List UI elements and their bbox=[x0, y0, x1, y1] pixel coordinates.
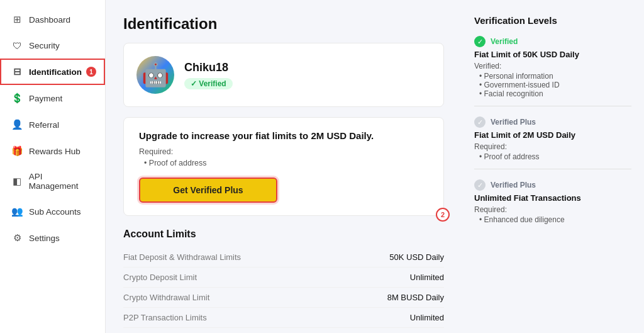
sidebar-item-security[interactable]: 🛡Security bbox=[0, 33, 105, 59]
profile-username: Chiku18 bbox=[184, 61, 233, 74]
sidebar-item-rewards-hub[interactable]: 🎁Rewards Hub bbox=[0, 138, 105, 164]
vl-divider bbox=[474, 106, 631, 106]
sidebar-item-label-security: Security bbox=[29, 41, 60, 50]
vl-desc-item-verified: • Personal information bbox=[474, 72, 631, 81]
limit-row: Fiat Deposit & Withdrawal Limits50K USD … bbox=[123, 247, 444, 268]
page-title: Identification bbox=[123, 15, 444, 33]
vl-item-verified-plus-2: ✓Verified PlusUnlimited Fiat Transaction… bbox=[474, 179, 631, 224]
sidebar-item-payment[interactable]: 💲Payment bbox=[0, 85, 105, 111]
api-management-icon: ◧ bbox=[11, 176, 23, 187]
vl-status-label-verified: Verified bbox=[491, 37, 518, 46]
sidebar-item-dashboard[interactable]: ⊞Dashboard bbox=[0, 6, 105, 33]
vl-item-verified: ✓VerifiedFiat Limit of 50K USD DailyVeri… bbox=[474, 36, 631, 106]
limit-label: P2P Transaction Limits bbox=[123, 313, 207, 322]
limit-value: Unlimited bbox=[410, 273, 444, 282]
limit-value: Unlimited bbox=[410, 313, 444, 322]
vl-desc-label-verified: Verified: bbox=[474, 62, 631, 71]
sidebar-item-label-rewards-hub: Rewards Hub bbox=[29, 147, 80, 156]
vl-desc-item-verified: • Government-issued ID bbox=[474, 81, 631, 89]
sidebar: ⊞Dashboard🛡Security⊟Identification1💲Paym… bbox=[0, 0, 106, 333]
sidebar-item-api-management[interactable]: ◧API Management bbox=[0, 164, 105, 198]
sidebar-item-label-referral: Referral bbox=[29, 120, 59, 130]
profile-info: Chiku18 ✓ Verified bbox=[184, 61, 233, 89]
avatar: 🤖 bbox=[136, 56, 174, 94]
limit-row: P2P Transaction LimitsUnlimited bbox=[123, 308, 444, 328]
vl-header-verified-plus-1: ✓Verified Plus bbox=[474, 116, 631, 128]
vl-item-verified-plus-1: ✓Verified PlusFiat Limit of 2M USD Daily… bbox=[474, 116, 631, 169]
security-icon: 🛡 bbox=[11, 40, 23, 51]
center-content: Identification 🤖 Chiku18 ✓ Verified Upgr… bbox=[106, 0, 462, 333]
sidebar-item-sub-accounts[interactable]: 👥Sub Accounts bbox=[0, 198, 105, 225]
sidebar-item-label-payment: Payment bbox=[29, 94, 62, 103]
upgrade-box: Upgrade to increase your fiat limits to … bbox=[123, 117, 444, 216]
sidebar-item-label-dashboard: Dashboard bbox=[29, 15, 70, 25]
vl-status-label-verified-plus-2: Verified Plus bbox=[491, 181, 536, 189]
content-area: Identification 🤖 Chiku18 ✓ Verified Upgr… bbox=[106, 0, 644, 333]
rewards-hub-icon: 🎁 bbox=[11, 145, 23, 157]
upgrade-title: Upgrade to increase your fiat limits to … bbox=[139, 130, 428, 141]
limit-row: Crypto Deposit LimitUnlimited bbox=[123, 268, 444, 288]
upgrade-required-item: • Proof of address bbox=[139, 159, 428, 167]
dashboard-icon: ⊞ bbox=[11, 14, 23, 25]
limit-label: Crypto Withdrawal Limit bbox=[123, 293, 209, 302]
vl-fiat-limit-verified-plus-1: Fiat Limit of 2M USD Daily bbox=[474, 130, 631, 140]
upgrade-required-label: Required: bbox=[139, 147, 428, 156]
limit-label: Fiat Deposit & Withdrawal Limits bbox=[123, 252, 241, 262]
right-panel: Verification Levels ✓VerifiedFiat Limit … bbox=[462, 0, 644, 333]
sidebar-item-label-api-management: API Management bbox=[29, 172, 94, 191]
sidebar-item-referral[interactable]: 👤Referral bbox=[0, 111, 105, 138]
limit-label: Crypto Deposit Limit bbox=[123, 273, 197, 282]
vl-desc-item-verified-plus-1: • Proof of address bbox=[474, 152, 631, 161]
sidebar-item-label-identification: Identification bbox=[29, 67, 82, 77]
settings-icon: ⚙ bbox=[11, 232, 23, 244]
get-verified-plus-button[interactable]: Get Verified Plus bbox=[139, 178, 277, 203]
vl-dot-verified-plus-2: ✓ bbox=[474, 179, 486, 191]
limit-row: Crypto Withdrawal Limit8M BUSD Daily bbox=[123, 288, 444, 308]
sidebar-item-settings[interactable]: ⚙Settings bbox=[0, 225, 105, 251]
vl-divider bbox=[474, 169, 631, 169]
vl-desc-item-verified: • Facial recognition bbox=[474, 89, 631, 98]
vl-fiat-limit-verified-plus-2: Unlimited Fiat Transactions bbox=[474, 193, 631, 203]
payment-icon: 💲 bbox=[11, 93, 23, 104]
sub-accounts-icon: 👥 bbox=[11, 206, 23, 217]
account-limits-section: Account Limits Fiat Deposit & Withdrawal… bbox=[123, 229, 444, 328]
sidebar-item-label-settings: Settings bbox=[29, 234, 60, 243]
vl-desc-item-verified-plus-2: • Enhanced due diligence bbox=[474, 215, 631, 224]
verified-badge: ✓ Verified bbox=[184, 78, 233, 89]
vl-dot-verified-plus-1: ✓ bbox=[474, 116, 486, 128]
vl-desc-label-verified-plus-1: Required: bbox=[474, 142, 631, 151]
profile-card: 🤖 Chiku18 ✓ Verified bbox=[123, 43, 444, 107]
identification-icon: ⊟ bbox=[11, 66, 23, 77]
vl-fiat-limit-verified: Fiat Limit of 50K USD Daily bbox=[474, 50, 631, 59]
vl-dot-verified: ✓ bbox=[474, 36, 486, 47]
step-badge-2: 2 bbox=[436, 208, 450, 222]
account-limits-title: Account Limits bbox=[123, 229, 444, 240]
referral-icon: 👤 bbox=[11, 119, 23, 130]
vl-status-label-verified-plus-1: Verified Plus bbox=[491, 118, 536, 127]
sidebar-item-identification[interactable]: ⊟Identification1 bbox=[0, 59, 105, 85]
sidebar-item-label-sub-accounts: Sub Accounts bbox=[29, 207, 81, 217]
vl-header-verified-plus-2: ✓Verified Plus bbox=[474, 179, 631, 191]
limits-rows: Fiat Deposit & Withdrawal Limits50K USD … bbox=[123, 247, 444, 328]
vl-header-verified: ✓Verified bbox=[474, 36, 631, 47]
sidebar-badge-identification: 1 bbox=[86, 67, 96, 77]
limit-value: 50K USD Daily bbox=[389, 252, 444, 262]
verification-levels-list: ✓VerifiedFiat Limit of 50K USD DailyVeri… bbox=[474, 36, 631, 224]
verification-levels-title: Verification Levels bbox=[474, 15, 631, 26]
limit-value: 8M BUSD Daily bbox=[387, 293, 444, 302]
vl-desc-label-verified-plus-2: Required: bbox=[474, 205, 631, 214]
